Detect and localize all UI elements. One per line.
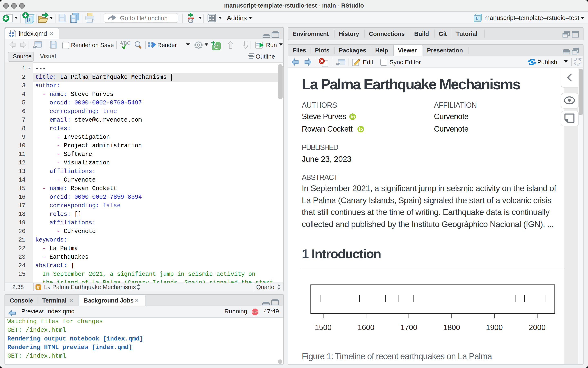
svg-text:1700: 1700 [401,323,417,332]
svg-text:1900: 1900 [486,323,503,332]
svg-text:1600: 1600 [358,323,374,332]
svg-text:2000: 2000 [529,323,546,332]
svg-text:1800: 1800 [443,323,460,332]
svg-text:STOP: STOP [252,311,258,313]
svg-text:1500: 1500 [315,323,331,332]
svg-text:G: G [188,17,193,23]
svg-text:R: R [475,16,479,22]
